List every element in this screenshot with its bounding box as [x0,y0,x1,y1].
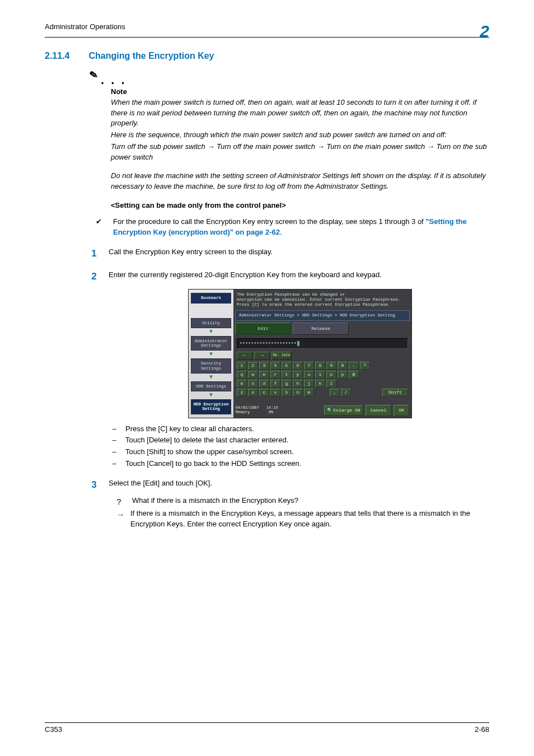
step-1-number: 1 [90,247,99,261]
bookmark-button[interactable]: Bookmark [191,293,231,303]
shift-key[interactable]: Shift [382,389,408,396]
panel-sidebar: Bookmark Utility ▼ Administrator Setting… [189,290,233,417]
breadcrumb: Administrator Settings > HDD Settings > … [235,310,410,321]
bullet-text: For the procedure to call the Encryption… [113,217,489,238]
key-button[interactable]: @ [349,371,359,379]
step-1-text: Call the Encryption Key entry screen to … [109,247,273,261]
key-button[interactable]: h [293,380,303,388]
question-mark-icon: ? [116,496,127,508]
footer-model: C353 [45,725,62,734]
key-button[interactable]: d [259,380,269,388]
checkmark-icon: ✔ [94,217,103,238]
key-button[interactable]: 9 [326,362,336,370]
subheading: <Setting can be made only from the contr… [111,200,489,211]
dash-icon: – [111,435,118,446]
arrow-right-button[interactable]: → [254,352,270,360]
key-button[interactable]: y [293,371,303,379]
key-button[interactable]: a [237,380,247,388]
dash-item-text: Touch [Delete] to delete the last charac… [125,435,288,446]
note-p1: When the main power switch is turned off… [111,97,489,129]
passphrase-field[interactable]: ******************** [237,338,408,349]
panel-main: The Encryption Passphrase can be changed… [233,290,411,417]
key-button[interactable]: e [259,371,269,379]
key-button[interactable]: l [326,380,336,388]
key-button[interactable]: t [282,371,292,379]
key-button[interactable]: - [349,362,359,370]
key-button[interactable]: m [304,389,314,396]
key-button[interactable]: p [338,371,348,379]
arrow-right-icon: → [116,508,125,530]
dash-item-text: Touch [Cancel] to go back to the HDD Set… [125,459,301,469]
note-icon: ✎. . . [101,71,489,89]
dash-list: –Press the [C] key to clear all characte… [111,424,489,469]
step-2-text: Enter the currently registered 20-digit … [109,270,382,284]
key-button[interactable]: b [282,389,292,396]
arrow-down-icon: ▼ [209,330,213,334]
control-panel-screenshot: Bookmark Utility ▼ Administrator Setting… [188,289,412,418]
page-footer: C353 2-68 [45,722,489,734]
faq-answer: If there is a mismatch in the Encryption… [130,508,489,530]
step-3-number: 3 [90,478,99,492]
delete-button[interactable]: De- lete [271,352,292,360]
dash-item-text: Press the [C] key to clear all character… [125,424,254,435]
key-button[interactable]: 4 [270,362,280,370]
key-button[interactable]: ^ [360,362,370,370]
section-heading: 2.11.4 Changing the Encryption Key [45,51,489,61]
key-button[interactable]: r [270,371,280,379]
key-button[interactable]: n [293,389,303,396]
key-button[interactable]: 6 [293,362,303,370]
key-button[interactable]: c [259,389,269,396]
key-button[interactable]: 2 [248,362,258,370]
panel-message: The Encryption Passphrase can be changed… [233,290,411,310]
edit-tab[interactable]: Edit [235,323,291,335]
arrow-down-icon: ▼ [209,394,213,397]
security-settings-button[interactable]: Security Settings [191,358,231,374]
ok-button[interactable]: OK [394,405,409,416]
pen-icon: ✎ [88,67,101,83]
arrow-down-icon: ▼ [209,353,213,356]
key-button[interactable]: j [304,380,314,388]
admin-settings-button[interactable]: Administrator Settings [191,336,231,351]
hdd-encryption-button[interactable]: HDD Encryption Setting [191,399,231,414]
key-button[interactable]: 3 [259,362,269,370]
key-button[interactable]: x [248,389,258,396]
step-3-text: Select the [Edit] and touch [OK]. [109,478,212,492]
page-header: Administrator Operations 2 [45,22,489,38]
header-title: Administrator Operations [45,22,125,31]
key-button[interactable]: i [315,371,325,379]
enlarge-button[interactable]: 🔍Enlarge ON [324,405,363,416]
hdd-settings-button[interactable]: HDD Settings [191,381,231,391]
key-button[interactable]: k [315,380,325,388]
key-button[interactable]: , [330,389,340,396]
key-button[interactable]: u [304,371,314,379]
chapter-number: 2 [480,25,489,38]
key-button[interactable]: 8 [315,362,325,370]
utility-button[interactable]: Utility [191,318,231,328]
note-body: When the main power switch is turned off… [111,97,489,192]
key-button[interactable]: f [270,380,280,388]
release-tab[interactable]: Release [293,323,349,335]
key-button[interactable]: w [248,371,258,379]
dash-item-text: Touch [Shift] to show the upper case/sym… [125,447,294,458]
section-title: Changing the Encryption Key [88,51,214,61]
key-button[interactable]: o [326,371,336,379]
key-button[interactable]: 1 [237,362,247,370]
arrow-left-button[interactable]: ← [237,352,252,360]
key-button[interactable]: g [282,380,292,388]
key-button[interactable]: 7 [304,362,314,370]
key-button[interactable]: v [270,389,280,396]
note-p3: Turn off the sub power switch → Turn off… [111,142,489,163]
on-screen-keyboard: 1234567890-^ qwertyuiop@ asdfghjkl zxcvb… [233,361,411,398]
dash-icon: – [111,459,118,469]
key-button[interactable]: / [341,389,351,396]
key-button[interactable]: 0 [338,362,348,370]
section-number: 2.11.4 [45,51,69,61]
note-p2: Here is the sequence, through which the … [111,130,489,141]
key-button[interactable]: 5 [282,362,292,370]
cancel-button[interactable]: Cancel [366,405,392,416]
arrow-down-icon: ▼ [209,376,213,379]
key-button[interactable]: s [248,380,258,388]
faq-list: ?What if there is a mismatch in the Encr… [116,496,489,530]
key-button[interactable]: z [237,389,247,396]
key-button[interactable]: q [237,371,247,379]
